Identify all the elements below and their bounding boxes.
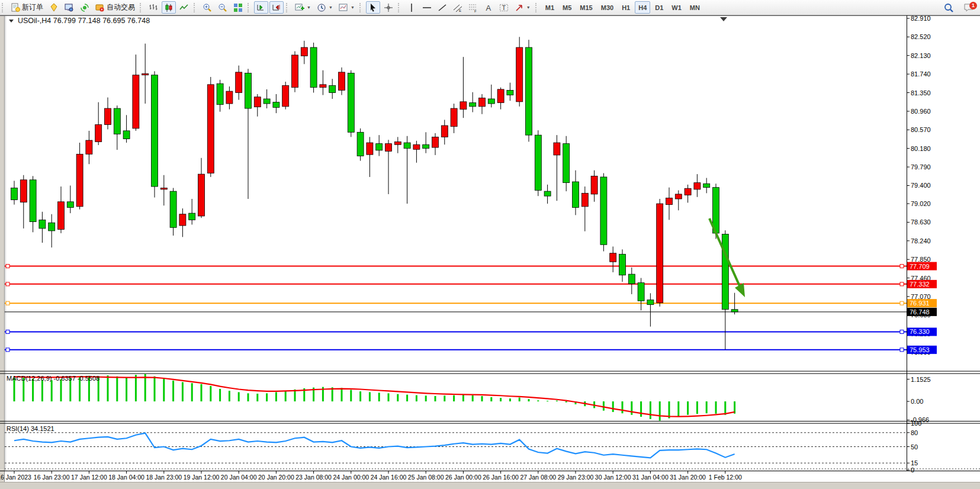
notifications-button[interactable]: 1: [962, 2, 976, 14]
trendline-button[interactable]: [435, 1, 449, 14]
candle-body: [535, 135, 541, 190]
candle-body: [722, 234, 728, 310]
text-label-button[interactable]: T: [497, 1, 511, 14]
candle-body: [142, 73, 149, 75]
line-handle[interactable]: [900, 265, 904, 268]
time-tick-label: 24 Jan 00:00: [333, 474, 369, 481]
bar-chart-button[interactable]: [146, 1, 160, 14]
timeframe-button-w1[interactable]: W1: [668, 1, 685, 14]
line-handle[interactable]: [900, 348, 904, 352]
timeframe-button-mn[interactable]: MN: [686, 1, 703, 14]
candle-body: [581, 193, 588, 207]
tile-windows-button[interactable]: [231, 1, 245, 14]
line-handle[interactable]: [900, 282, 904, 286]
candle-body: [282, 85, 289, 106]
timeframe-button-m15[interactable]: M15: [576, 1, 596, 14]
timeframe-button-h1[interactable]: H1: [618, 1, 634, 14]
svg-text:E: E: [459, 9, 461, 12]
neworder-icon: [11, 3, 20, 12]
autoscroll-button[interactable]: [254, 1, 268, 14]
candle-body: [479, 98, 486, 106]
arrows-button[interactable]: ▼: [512, 1, 533, 14]
candle-body: [404, 143, 410, 149]
line-handle[interactable]: [6, 330, 9, 333]
line-handle[interactable]: [6, 282, 9, 286]
line-handle[interactable]: [900, 330, 904, 333]
toolbar-group: 新订单自动交易: [8, 0, 138, 15]
timeframe-button-d1[interactable]: D1: [651, 1, 667, 14]
vertical-line-button[interactable]: [404, 1, 419, 14]
new-order-button[interactable]: 新订单: [8, 1, 46, 14]
clock-icon: [317, 3, 326, 12]
fibonacci-button[interactable]: F: [466, 1, 480, 14]
metaeditor-button[interactable]: [47, 1, 61, 14]
candle-body: [348, 73, 354, 133]
trend-icon: [438, 3, 447, 12]
candle-body: [507, 91, 513, 95]
rsi-label: RSI(14) 34.1521: [7, 425, 54, 432]
svg-text:T: T: [502, 4, 506, 11]
candle-body: [367, 143, 373, 155]
candle-body: [58, 202, 65, 230]
toolbar-grip: [140, 3, 143, 12]
new-chart-button[interactable]: ▼: [293, 1, 313, 14]
price-tick-label: 78.630: [911, 218, 931, 226]
candle-body: [133, 75, 139, 128]
chartshift-icon: [272, 3, 281, 12]
autotrading-button[interactable]: 自动交易: [93, 1, 137, 14]
timeframe-button-m1[interactable]: M1: [542, 1, 558, 14]
zoom-out-button[interactable]: [216, 1, 230, 14]
chart-shift-button[interactable]: [269, 1, 284, 14]
symbol-header: USOil-,H4 76.799 77.148 76.695 76.748: [18, 17, 150, 25]
time-tick-label: 24 Jan 16:00: [371, 474, 407, 481]
time-tick-label: 23 Jan 08:00: [295, 474, 332, 481]
svg-text:F: F: [474, 9, 477, 12]
toolbar-button-label: 自动交易: [107, 2, 135, 12]
candle-body: [95, 124, 102, 141]
candle-body: [67, 202, 73, 208]
periods-button[interactable]: ▼: [314, 1, 335, 14]
line-chart-button[interactable]: [177, 1, 191, 14]
zoom-in-button[interactable]: [200, 1, 214, 14]
price-label-text: 76.330: [910, 328, 930, 335]
price-tick-label: 80.960: [911, 108, 931, 115]
line-handle[interactable]: [6, 265, 9, 268]
price-label-text: 77.332: [910, 281, 930, 288]
candle-body: [86, 140, 92, 154]
rsi-tick-label: 50: [911, 443, 918, 451]
chart-canvas[interactable]: 82.91082.52082.13081.74081.35080.96080.5…: [0, 15, 980, 489]
template-icon: [339, 3, 348, 12]
toolbar-grip: [286, 3, 290, 12]
timeframe-button-m30[interactable]: M30: [597, 1, 617, 14]
price-tick-label: 81.350: [911, 89, 931, 96]
equidistant-channel-button[interactable]: E: [451, 1, 465, 14]
crosshair-button[interactable]: [381, 1, 396, 14]
price-tick-label: 79.400: [911, 182, 931, 189]
search-button[interactable]: [942, 1, 956, 14]
candlestick-button[interactable]: [162, 1, 176, 14]
svg-text:A: A: [486, 4, 491, 12]
candle-body: [694, 183, 701, 189]
candle-body: [30, 180, 36, 222]
cursor-button[interactable]: [366, 1, 380, 14]
chart-window[interactable]: 82.91082.52082.13081.74081.35080.96080.5…: [0, 15, 980, 489]
line-handle[interactable]: [900, 301, 904, 305]
timeframe-button-h4[interactable]: H4: [635, 1, 650, 14]
line-handle[interactable]: [6, 348, 9, 352]
price-tick-label: 82.910: [911, 15, 931, 22]
toolbar-grip: [535, 3, 539, 12]
candle-body: [320, 85, 326, 88]
horizontal-line-button[interactable]: [420, 1, 434, 14]
editor-icon: [49, 3, 59, 12]
terminal-button[interactable]: [62, 1, 76, 14]
toolbar-group: [146, 0, 192, 15]
line-handle[interactable]: [6, 301, 9, 305]
toolbar-group: [253, 0, 284, 15]
toolbar-grip: [398, 3, 401, 12]
candle-body: [526, 47, 532, 135]
text-button[interactable]: A: [481, 1, 496, 14]
templates-button[interactable]: ▼: [336, 1, 357, 14]
toolbar-group: [200, 0, 246, 15]
news-button[interactable]: [78, 1, 92, 14]
timeframe-button-m5[interactable]: M5: [559, 1, 575, 14]
